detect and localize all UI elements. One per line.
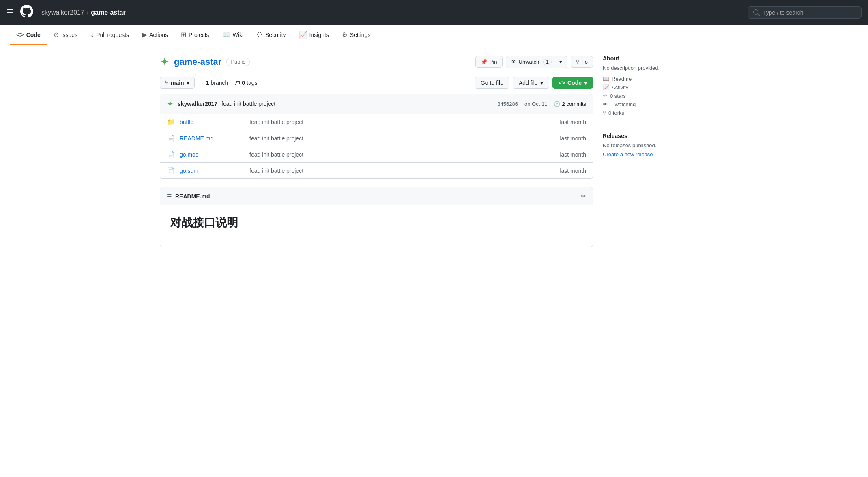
settings-icon: ⚙ — [342, 31, 348, 39]
search-icon — [753, 9, 760, 16]
hamburger-icon[interactable]: ☰ — [6, 8, 14, 17]
readme-sidebar-link[interactable]: 📖 Readme — [603, 76, 708, 82]
branch-meta: ⑂ 1 branch 🏷 0 tags — [201, 80, 258, 86]
forks-stat: ⑂ 0 forks — [603, 110, 708, 116]
tab-security[interactable]: 🛡 Security — [250, 26, 292, 45]
branch-bar: ⑂ main ▾ ⑂ 1 branch 🏷 0 tags Go to file — [160, 77, 593, 89]
pin-button[interactable]: 📌 Pin — [475, 56, 503, 68]
center-column: ✦ game-astar Public 📌 Pin 👁 Unwatch 1 ▾ … — [160, 55, 593, 247]
code-icon: <> — [16, 31, 24, 39]
branches-link[interactable]: ⑂ 1 branch — [201, 80, 228, 86]
commit-history-link[interactable]: 🕐 2 commits — [554, 101, 586, 107]
file-name[interactable]: go.mod — [180, 151, 245, 158]
search-placeholder: Type / to search — [763, 9, 804, 16]
file-name[interactable]: go.sum — [180, 168, 245, 174]
tab-pull-requests[interactable]: ⤵ Pull requests — [84, 26, 135, 45]
readme-heading: 对战接口说明 — [170, 215, 583, 230]
tags-link[interactable]: 🏷 0 tags — [234, 80, 257, 86]
projects-icon: ⊞ — [181, 31, 186, 39]
unwatch-button[interactable]: 👁 Unwatch 1 ▾ — [506, 56, 567, 68]
unwatch-count: 1 — [543, 59, 552, 65]
file-row: 📁 battle feat: init battle project last … — [160, 114, 593, 130]
sidebar-about: About No description provided. 📖 Readme … — [603, 55, 708, 116]
security-icon: 🛡 — [256, 31, 263, 39]
branch-selector[interactable]: ⑂ main ▾ — [160, 77, 195, 89]
visibility-badge: Public — [226, 58, 249, 66]
code-button[interactable]: <> Code ▾ — [552, 77, 593, 89]
tag-icon: 🏷 — [234, 80, 240, 86]
right-sidebar: About No description provided. 📖 Readme … — [603, 55, 708, 247]
file-icon: 📄 — [167, 167, 175, 174]
tab-wiki[interactable]: 📖 Wiki — [216, 25, 250, 45]
tab-settings[interactable]: ⚙ Settings — [335, 25, 377, 45]
file-row: 📄 README.md feat: init battle project la… — [160, 130, 593, 146]
commit-date: on Oct 11 — [524, 101, 547, 107]
repo-header: ✦ game-astar Public 📌 Pin 👁 Unwatch 1 ▾ … — [160, 55, 593, 69]
add-file-caret: ▾ — [540, 80, 543, 86]
activity-sidebar-link[interactable]: 📈 Activity — [603, 84, 708, 90]
top-nav: ☰ skywalker2017 / game-astar Type / to s… — [0, 0, 868, 25]
unwatch-caret[interactable]: ▾ — [556, 59, 562, 65]
go-to-file-button[interactable]: Go to file — [475, 77, 509, 89]
commit-right: 8456286 on Oct 11 🕐 2 commits — [497, 101, 586, 107]
file-name[interactable]: battle — [180, 119, 245, 125]
file-commit-msg: feat: init battle project — [249, 151, 555, 158]
tab-code[interactable]: <> Code — [10, 26, 47, 45]
issues-icon: ⊙ — [54, 31, 59, 39]
header-actions: 📌 Pin 👁 Unwatch 1 ▾ ⑂ Fo — [475, 56, 593, 68]
main-content: ✦ game-astar Public 📌 Pin 👁 Unwatch 1 ▾ … — [150, 45, 718, 257]
insights-icon: 📈 — [299, 31, 307, 39]
repo-name-nav[interactable]: game-astar — [91, 9, 125, 16]
branch-name: main — [171, 80, 184, 86]
tab-actions[interactable]: ▶ Actions — [135, 25, 174, 45]
folder-icon: 📁 — [167, 118, 175, 126]
tab-projects[interactable]: ⊞ Projects — [174, 25, 216, 45]
commit-user[interactable]: skywalker2017 — [178, 101, 217, 107]
file-time: last month — [560, 119, 586, 125]
file-name[interactable]: README.md — [180, 135, 245, 142]
forks-icon: ⑂ — [603, 110, 606, 116]
branch-icon: ⑂ — [165, 80, 168, 86]
repo-icon: ✦ — [160, 55, 169, 69]
sidebar-releases: Releases No releases published. Create a… — [603, 133, 708, 157]
add-file-button[interactable]: Add file ▾ — [513, 77, 549, 89]
file-commit-msg: feat: init battle project — [249, 135, 555, 142]
code-caret: ▾ — [584, 80, 587, 86]
file-row: 📄 go.sum feat: init battle project last … — [160, 163, 593, 178]
file-icon: 📄 — [167, 150, 175, 158]
code-angle-icon: <> — [559, 80, 565, 86]
search-box[interactable]: Type / to search — [748, 6, 862, 19]
create-release-link[interactable]: Create a new release — [603, 151, 653, 157]
edit-icon[interactable]: ✏ — [581, 192, 586, 200]
list-icon: ☰ — [167, 193, 172, 200]
branch-caret: ▾ — [187, 80, 189, 86]
tab-insights[interactable]: 📈 Insights — [292, 25, 335, 45]
wiki-icon: 📖 — [222, 31, 230, 39]
file-time: last month — [560, 135, 586, 142]
stars-stat: ☆ 0 stars — [603, 93, 708, 99]
history-icon: 🕐 — [554, 101, 560, 107]
file-time: last month — [560, 151, 586, 158]
commit-message: feat: init battle project — [221, 101, 275, 107]
repo-owner[interactable]: skywalker2017 — [41, 9, 84, 16]
commit-hash[interactable]: 8456286 — [497, 101, 518, 107]
readme-body: 对战接口说明 — [160, 205, 593, 247]
breadcrumb: skywalker2017 / game-astar — [41, 9, 126, 16]
commit-row: ✦ skywalker2017 feat: init battle projec… — [160, 94, 593, 114]
about-title: About — [603, 55, 708, 62]
pr-icon: ⤵ — [90, 31, 94, 39]
tab-issues[interactable]: ⊙ Issues — [47, 25, 84, 45]
activity-icon: 📈 — [603, 84, 609, 90]
file-time: last month — [560, 168, 586, 174]
file-commit-msg: feat: init battle project — [249, 168, 555, 174]
github-logo[interactable] — [20, 5, 33, 21]
branch-bar-actions: Go to file Add file ▾ <> Code ▾ — [475, 77, 593, 89]
readme-title: README.md — [175, 193, 210, 200]
file-icon: 📄 — [167, 134, 175, 142]
commit-icon: ✦ — [167, 99, 174, 109]
readme-header: ☰ README.md ✏ — [160, 187, 593, 205]
fork-button[interactable]: ⑂ Fo — [571, 56, 593, 68]
breadcrumb-sep: / — [87, 9, 88, 16]
watchers-stat: 👁 1 watching — [603, 101, 708, 107]
repo-title[interactable]: game-astar — [174, 57, 221, 67]
